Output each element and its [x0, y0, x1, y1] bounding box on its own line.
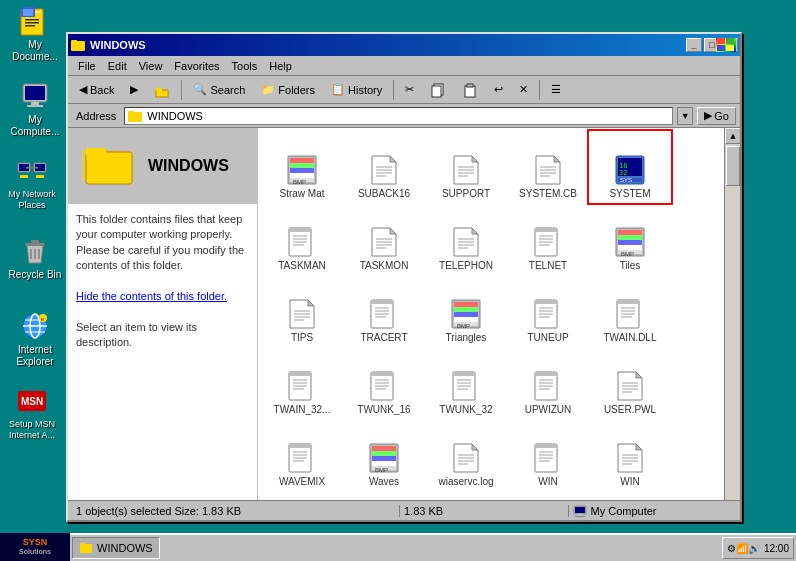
desktop-icon-mydocuments[interactable]: My Docume...	[5, 5, 65, 63]
folders-button[interactable]: 📁 Folders	[254, 79, 322, 101]
svg-rect-178	[372, 451, 396, 456]
address-bar: Address WINDOWS ▼ ▶ Go	[68, 104, 740, 128]
paste-button[interactable]	[455, 79, 485, 101]
file-item[interactable]: WIN	[508, 420, 588, 490]
svg-rect-4	[25, 19, 39, 21]
undo-button[interactable]: ↩	[487, 79, 510, 101]
hide-contents-link[interactable]: Hide the contents of this folder.	[76, 290, 227, 302]
svg-rect-104	[618, 235, 642, 240]
menu-view[interactable]: View	[133, 58, 169, 74]
svg-rect-134	[617, 300, 639, 304]
file-icon	[450, 442, 482, 474]
svg-rect-158	[535, 372, 557, 376]
svg-marker-183	[472, 444, 478, 450]
address-dropdown-button[interactable]: ▼	[677, 107, 693, 125]
desktop-icon-mynetworkplaces[interactable]: My NetworkPlaces	[2, 155, 62, 211]
views-button[interactable]: ☰	[544, 79, 568, 101]
file-item[interactable]: TWAIN.DLL	[590, 276, 670, 346]
file-item[interactable]: BMP Waves	[344, 420, 424, 490]
scrollbar[interactable]: ▲ ▼	[724, 128, 740, 518]
svg-rect-42	[128, 111, 134, 114]
svg-text:SYS: SYS	[620, 177, 632, 183]
delete-button[interactable]: ✕	[512, 79, 535, 101]
menu-tools[interactable]: Tools	[226, 58, 264, 74]
address-input[interactable]: WINDOWS	[124, 107, 673, 125]
file-icon	[614, 442, 646, 474]
file-label: wiaservc.log	[438, 476, 493, 488]
menu-edit[interactable]: Edit	[102, 58, 133, 74]
file-item[interactable]: SYSTEM.CB	[508, 132, 588, 202]
file-item[interactable]: TUNEUP	[508, 276, 588, 346]
svg-rect-5	[25, 22, 39, 24]
folder-description: This folder contains files that keep you…	[68, 204, 257, 359]
file-item[interactable]: TWUNK_32	[426, 348, 506, 418]
svg-rect-40	[467, 84, 473, 87]
svg-text:32: 32	[619, 169, 627, 177]
menu-help[interactable]: Help	[263, 58, 298, 74]
scroll-up-button[interactable]: ▲	[725, 128, 740, 144]
file-icon	[368, 298, 400, 330]
file-item[interactable]: BMP Straw Mat	[262, 132, 342, 202]
file-item[interactable]: TIPS	[262, 276, 342, 346]
svg-rect-234	[575, 507, 585, 513]
copy-button[interactable]	[423, 79, 453, 101]
history-button[interactable]: 📋 History	[324, 79, 389, 101]
file-item[interactable]: TASKMAN	[262, 204, 342, 274]
taskbar-task-windows[interactable]: WINDOWS	[72, 537, 160, 559]
file-item[interactable]: TELNET	[508, 204, 588, 274]
back-button[interactable]: ◀ Back	[72, 79, 121, 101]
svg-rect-128	[535, 300, 557, 304]
desktop-icon-ie[interactable]: e Internet Explorer	[5, 310, 65, 368]
file-label: Tiles	[620, 260, 641, 272]
svg-rect-17	[36, 175, 44, 178]
minimize-button[interactable]: _	[686, 38, 702, 52]
up-button[interactable]	[147, 79, 177, 101]
file-item[interactable]: WAVEMIX	[262, 420, 342, 490]
file-label: Straw Mat	[279, 188, 324, 200]
network-places-icon	[16, 155, 48, 187]
file-label: TWUNK_16	[357, 404, 410, 416]
svg-marker-84	[390, 228, 396, 234]
file-item[interactable]: wiaservc.log	[426, 420, 506, 490]
file-item[interactable]: BMP Triangles	[426, 276, 506, 346]
svg-marker-90	[472, 228, 478, 234]
file-item[interactable]: BMP Tiles	[590, 204, 670, 274]
file-item[interactable]: UPWIZUN	[508, 348, 588, 418]
svg-rect-45	[86, 148, 106, 156]
go-button[interactable]: ▶ Go	[697, 107, 736, 125]
folder-header-icon	[80, 140, 140, 192]
file-item[interactable]: SUPPORT	[426, 132, 506, 202]
file-item[interactable]: TASKMON	[344, 204, 424, 274]
desktop-icon-mycomputer[interactable]: My Compute...	[5, 80, 65, 138]
file-item[interactable]: USER.PWL	[590, 348, 670, 418]
file-item[interactable]: 16 32 SYS SYSTEM	[590, 132, 670, 202]
file-item[interactable]: WIN	[590, 420, 670, 490]
desktop-icon-recyclebin[interactable]: Recycle Bin	[5, 235, 65, 281]
folder-name-header: WINDOWS	[148, 157, 229, 175]
address-label: Address	[72, 110, 120, 122]
forward-button[interactable]: ▶	[123, 79, 145, 101]
file-item[interactable]: TELEPHON	[426, 204, 506, 274]
svg-rect-152	[453, 372, 475, 376]
file-item[interactable]: TWUNK_16	[344, 348, 424, 418]
desktop-icon-setupmsn[interactable]: MSN Setup MSNInternet A...	[2, 385, 62, 441]
file-grid-panel: BMP Straw Mat SUBACK16 SUPPORT SYSTEM.CB	[258, 128, 724, 518]
file-item[interactable]: SUBACK16	[344, 132, 424, 202]
file-item[interactable]: TRACERT	[344, 276, 424, 346]
search-button[interactable]: 🔍 Search	[186, 79, 252, 101]
svg-rect-15	[26, 167, 38, 169]
status-bar: 1 object(s) selected Size: 1.83 KB 1.83 …	[68, 500, 740, 520]
file-icon	[286, 442, 318, 474]
menu-favorites[interactable]: Favorites	[168, 58, 225, 74]
move-button[interactable]: ✂	[398, 79, 421, 101]
windows-explorer-window: WINDOWS _ □ ✕ File Edit View Favorites T…	[66, 32, 742, 522]
status-selection-info: 1 object(s) selected Size: 1.83 KB	[72, 505, 400, 517]
file-item[interactable]: TWAIN_32...	[262, 348, 342, 418]
scroll-thumb[interactable]	[726, 146, 740, 186]
file-label: TELEPHON	[439, 260, 493, 272]
folder-header: WINDOWS	[68, 128, 257, 204]
menu-file[interactable]: File	[72, 58, 102, 74]
svg-rect-123	[454, 307, 478, 312]
svg-rect-115	[371, 300, 393, 304]
toolbar-separator-1	[181, 80, 182, 100]
